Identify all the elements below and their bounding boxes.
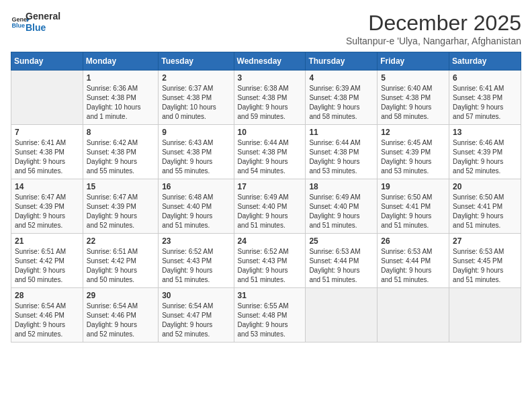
- logo-general: General: [26, 11, 60, 22]
- calendar-day-cell: 5Sunrise: 6:40 AMSunset: 4:38 PMDaylight…: [378, 71, 449, 125]
- page-header: General Blue General Blue December 2025 …: [11, 11, 521, 46]
- calendar-day-cell: 19Sunrise: 6:50 AMSunset: 4:41 PMDayligh…: [378, 179, 449, 234]
- day-number: 2: [162, 73, 230, 83]
- day-number: 7: [15, 128, 79, 137]
- day-info: Sunrise: 6:51 AMSunset: 4:42 PMDaylight:…: [15, 247, 79, 285]
- weekday-header: Friday: [378, 52, 449, 71]
- day-number: 5: [381, 73, 445, 83]
- day-info: Sunrise: 6:43 AMSunset: 4:38 PMDaylight:…: [162, 138, 230, 176]
- calendar-day-cell: 7Sunrise: 6:41 AMSunset: 4:38 PMDaylight…: [11, 125, 83, 179]
- day-info: Sunrise: 6:53 AMSunset: 4:45 PMDaylight:…: [453, 247, 517, 285]
- weekday-header: Wednesday: [234, 52, 306, 71]
- calendar-day-cell: 16Sunrise: 6:48 AMSunset: 4:40 PMDayligh…: [159, 179, 234, 234]
- calendar-day-cell: 31Sunrise: 6:55 AMSunset: 4:48 PMDayligh…: [234, 288, 306, 342]
- day-info: Sunrise: 6:44 AMSunset: 4:38 PMDaylight:…: [238, 138, 302, 176]
- location-subtitle: Sultanpur-e 'Ulya, Nangarhar, Afghanista…: [346, 36, 521, 46]
- weekday-header: Saturday: [449, 52, 521, 71]
- logo: General Blue General Blue: [11, 11, 60, 34]
- calendar-day-cell: 30Sunrise: 6:54 AMSunset: 4:47 PMDayligh…: [159, 288, 234, 342]
- calendar-body: 1Sunrise: 6:36 AMSunset: 4:38 PMDaylight…: [11, 71, 521, 342]
- calendar-day-cell: 3Sunrise: 6:38 AMSunset: 4:38 PMDaylight…: [234, 71, 306, 125]
- day-info: Sunrise: 6:50 AMSunset: 4:41 PMDaylight:…: [453, 193, 517, 230]
- day-info: Sunrise: 6:53 AMSunset: 4:44 PMDaylight:…: [309, 247, 373, 285]
- day-info: Sunrise: 6:54 AMSunset: 4:47 PMDaylight:…: [162, 302, 230, 339]
- day-number: 11: [309, 128, 373, 137]
- calendar-table: SundayMondayTuesdayWednesdayThursdayFrid…: [11, 52, 521, 342]
- calendar-day-cell: 4Sunrise: 6:39 AMSunset: 4:38 PMDaylight…: [306, 71, 378, 125]
- day-info: Sunrise: 6:50 AMSunset: 4:41 PMDaylight:…: [381, 193, 445, 230]
- calendar-day-cell: 11Sunrise: 6:44 AMSunset: 4:38 PMDayligh…: [306, 125, 378, 179]
- day-info: Sunrise: 6:41 AMSunset: 4:38 PMDaylight:…: [453, 84, 517, 122]
- day-number: 31: [238, 291, 302, 300]
- calendar-day-cell: 18Sunrise: 6:49 AMSunset: 4:40 PMDayligh…: [306, 179, 378, 234]
- day-info: Sunrise: 6:36 AMSunset: 4:38 PMDaylight:…: [87, 84, 154, 122]
- day-info: Sunrise: 6:52 AMSunset: 4:43 PMDaylight:…: [238, 247, 302, 285]
- day-number: 4: [309, 73, 373, 83]
- day-number: 12: [381, 128, 445, 137]
- day-info: Sunrise: 6:53 AMSunset: 4:44 PMDaylight:…: [381, 247, 445, 285]
- calendar-day-cell: 1Sunrise: 6:36 AMSunset: 4:38 PMDaylight…: [83, 71, 158, 125]
- day-number: 20: [453, 182, 517, 191]
- calendar-day-cell: 26Sunrise: 6:53 AMSunset: 4:44 PMDayligh…: [378, 234, 449, 288]
- calendar-day-cell: 12Sunrise: 6:45 AMSunset: 4:39 PMDayligh…: [378, 125, 449, 179]
- day-info: Sunrise: 6:47 AMSunset: 4:39 PMDaylight:…: [87, 193, 154, 230]
- day-number: 16: [162, 182, 230, 191]
- svg-text:Blue: Blue: [11, 22, 25, 29]
- day-number: 29: [87, 291, 154, 300]
- day-info: Sunrise: 6:51 AMSunset: 4:42 PMDaylight:…: [87, 247, 154, 285]
- calendar-day-cell: 9Sunrise: 6:43 AMSunset: 4:38 PMDaylight…: [159, 125, 234, 179]
- day-info: Sunrise: 6:38 AMSunset: 4:38 PMDaylight:…: [238, 84, 302, 122]
- calendar-day-cell: 20Sunrise: 6:50 AMSunset: 4:41 PMDayligh…: [449, 179, 521, 234]
- day-info: Sunrise: 6:39 AMSunset: 4:38 PMDaylight:…: [309, 84, 373, 122]
- day-number: 14: [15, 182, 79, 191]
- day-info: Sunrise: 6:52 AMSunset: 4:43 PMDaylight:…: [162, 247, 230, 285]
- day-number: 24: [238, 236, 302, 246]
- day-info: Sunrise: 6:40 AMSunset: 4:38 PMDaylight:…: [381, 84, 445, 122]
- calendar-day-cell: 17Sunrise: 6:49 AMSunset: 4:40 PMDayligh…: [234, 179, 306, 234]
- weekday-header: Tuesday: [159, 52, 234, 71]
- calendar-day-cell: 29Sunrise: 6:54 AMSunset: 4:46 PMDayligh…: [83, 288, 158, 342]
- day-number: 6: [453, 73, 517, 83]
- day-number: 21: [15, 236, 79, 246]
- day-number: 15: [87, 182, 154, 191]
- day-number: 8: [87, 128, 154, 137]
- calendar-week-row: 21Sunrise: 6:51 AMSunset: 4:42 PMDayligh…: [11, 234, 521, 288]
- day-info: Sunrise: 6:37 AMSunset: 4:38 PMDaylight:…: [162, 84, 230, 122]
- calendar-week-row: 14Sunrise: 6:47 AMSunset: 4:39 PMDayligh…: [11, 179, 521, 234]
- day-number: 17: [238, 182, 302, 191]
- day-number: 1: [87, 73, 154, 83]
- calendar-day-cell: [378, 288, 449, 342]
- calendar-day-cell: 25Sunrise: 6:53 AMSunset: 4:44 PMDayligh…: [306, 234, 378, 288]
- day-number: 22: [87, 236, 154, 246]
- calendar-week-row: 1Sunrise: 6:36 AMSunset: 4:38 PMDaylight…: [11, 71, 521, 125]
- day-number: 9: [162, 128, 230, 137]
- day-info: Sunrise: 6:46 AMSunset: 4:39 PMDaylight:…: [453, 138, 517, 176]
- day-number: 28: [15, 291, 79, 300]
- calendar-day-cell: 14Sunrise: 6:47 AMSunset: 4:39 PMDayligh…: [11, 179, 83, 234]
- day-info: Sunrise: 6:44 AMSunset: 4:38 PMDaylight:…: [309, 138, 373, 176]
- day-number: 3: [238, 73, 302, 83]
- day-info: Sunrise: 6:45 AMSunset: 4:39 PMDaylight:…: [381, 138, 445, 176]
- day-number: 13: [453, 128, 517, 137]
- day-number: 27: [453, 236, 517, 246]
- calendar-day-cell: 10Sunrise: 6:44 AMSunset: 4:38 PMDayligh…: [234, 125, 306, 179]
- day-number: 10: [238, 128, 302, 137]
- day-info: Sunrise: 6:49 AMSunset: 4:40 PMDaylight:…: [309, 193, 373, 230]
- calendar-week-row: 28Sunrise: 6:54 AMSunset: 4:46 PMDayligh…: [11, 288, 521, 342]
- calendar-day-cell: [306, 288, 378, 342]
- day-info: Sunrise: 6:49 AMSunset: 4:40 PMDaylight:…: [238, 193, 302, 230]
- day-info: Sunrise: 6:55 AMSunset: 4:48 PMDaylight:…: [238, 302, 302, 339]
- day-number: 23: [162, 236, 230, 246]
- day-info: Sunrise: 6:41 AMSunset: 4:38 PMDaylight:…: [15, 138, 79, 176]
- day-info: Sunrise: 6:54 AMSunset: 4:46 PMDaylight:…: [87, 302, 154, 339]
- calendar-day-cell: [11, 71, 83, 125]
- calendar-day-cell: 8Sunrise: 6:42 AMSunset: 4:38 PMDaylight…: [83, 125, 158, 179]
- day-info: Sunrise: 6:54 AMSunset: 4:46 PMDaylight:…: [15, 302, 79, 339]
- title-block: December 2025 Sultanpur-e 'Ulya, Nangarh…: [346, 11, 521, 46]
- day-info: Sunrise: 6:48 AMSunset: 4:40 PMDaylight:…: [162, 193, 230, 230]
- calendar-day-cell: 24Sunrise: 6:52 AMSunset: 4:43 PMDayligh…: [234, 234, 306, 288]
- calendar-day-cell: 22Sunrise: 6:51 AMSunset: 4:42 PMDayligh…: [83, 234, 158, 288]
- weekday-header-row: SundayMondayTuesdayWednesdayThursdayFrid…: [11, 52, 521, 71]
- calendar-header: SundayMondayTuesdayWednesdayThursdayFrid…: [11, 52, 521, 71]
- weekday-header: Sunday: [11, 52, 83, 71]
